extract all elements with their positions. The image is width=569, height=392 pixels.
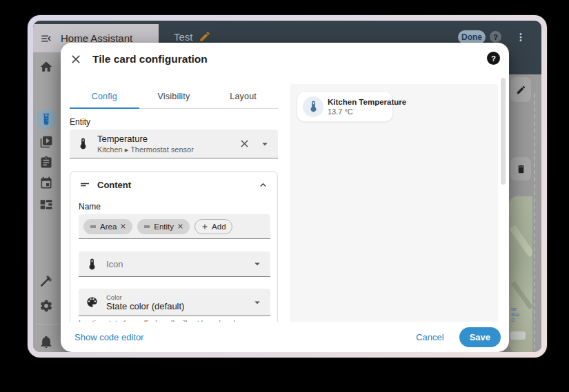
text-short-icon xyxy=(79,178,91,191)
developer-tools-hammer-icon[interactable] xyxy=(39,274,53,288)
tab-config[interactable]: Config xyxy=(70,84,139,108)
content-expansion-panel: Content Name Area xyxy=(70,171,278,322)
save-button[interactable]: Save xyxy=(459,327,501,347)
todo-list-icon[interactable] xyxy=(39,156,53,169)
map-area-shape xyxy=(510,225,532,258)
dialog-tabs: Config Visibility Layout xyxy=(70,84,278,109)
thermometer-icon xyxy=(86,258,99,271)
chevron-up-icon[interactable] xyxy=(257,179,269,191)
pencil-icon xyxy=(516,85,526,95)
tab-visibility[interactable]: Visibility xyxy=(139,84,209,108)
show-code-editor-link[interactable]: Show code editor xyxy=(74,332,143,342)
dialog-help-icon[interactable]: ? xyxy=(487,52,500,65)
tile-card-configuration-dialog: Tile card configuration ? Config Visibil… xyxy=(61,43,509,352)
done-button[interactable]: Done xyxy=(458,30,486,44)
tile-texts: Kitchen Temperature 13.7 °C xyxy=(328,98,387,116)
dashboard-edit-canvas: tar Sou O xyxy=(509,74,541,352)
chip-add-label: Add xyxy=(212,223,226,231)
media-icon[interactable] xyxy=(39,135,53,149)
map-card: tar Sou O xyxy=(509,196,532,352)
config-scroll-area: Config Visibility Layout Entity Temperat… xyxy=(70,77,278,322)
drag-handle-icon xyxy=(143,223,151,231)
settings-gear-icon[interactable] xyxy=(39,299,53,313)
tab-layout[interactable]: Layout xyxy=(208,84,278,108)
tab-config-label: Config xyxy=(92,92,117,101)
chip-area[interactable]: Area xyxy=(83,219,132,234)
header-help-icon[interactable]: ? xyxy=(490,31,501,43)
tab-layout-label: Layout xyxy=(230,92,257,101)
calendar-icon[interactable] xyxy=(39,176,53,190)
drag-handle-icon xyxy=(89,223,97,231)
color-value-wrap: Color State color (default) xyxy=(106,293,251,311)
dialog-footer: Show code editor Cancel Save xyxy=(61,322,509,352)
chip-add-button[interactable]: Add xyxy=(194,219,232,234)
screen: Home Assistant Test Done ? xyxy=(33,21,541,352)
trash-icon xyxy=(516,164,526,174)
dashboard-title: Test xyxy=(174,31,193,43)
entity-primary: Temperature xyxy=(97,134,239,144)
color-field-value: State color (default) xyxy=(106,301,251,311)
icon-caret-icon[interactable] xyxy=(251,258,263,270)
icon-placeholder: Icon xyxy=(106,259,251,269)
notifications-bell-icon[interactable] xyxy=(39,335,53,349)
sidebar-item-selected[interactable] xyxy=(37,110,56,129)
edit-dashboard-pencil-icon[interactable] xyxy=(199,30,211,43)
test-tube-icon xyxy=(39,112,53,126)
name-chip-input[interactable]: Area Entity Add xyxy=(79,214,270,239)
entity-value: Temperature Kitchen ▸ Thermostat sensor xyxy=(97,134,239,154)
done-label: Done xyxy=(461,32,482,42)
entity-clear-icon[interactable] xyxy=(239,138,250,149)
card-preview-pane: Kitchen Temperature 13.7 °C xyxy=(290,84,498,322)
drop-indicator-dashed-line xyxy=(534,94,535,349)
cancel-button[interactable]: Cancel xyxy=(416,332,443,342)
map-label-text: tar Sou O xyxy=(511,307,519,323)
color-caret-icon[interactable] xyxy=(251,296,263,309)
thermometer-icon xyxy=(307,100,320,113)
plus-icon xyxy=(201,223,209,231)
close-icon[interactable] xyxy=(69,52,83,66)
dialog-help-glyph: ? xyxy=(491,54,496,63)
chip-remove-icon xyxy=(177,223,184,230)
overflow-menu-icon[interactable] xyxy=(515,31,527,43)
chip-entity-label: Entity xyxy=(154,223,174,231)
map-attribution-pill xyxy=(510,331,526,340)
sidebar-divider xyxy=(36,324,63,324)
tile-icon-circle xyxy=(303,96,323,117)
dialog-scrollbar[interactable] xyxy=(501,78,506,185)
chip-area-label: Area xyxy=(100,223,117,231)
entity-secondary: Kitchen ▸ Thermostat sensor xyxy=(97,145,239,154)
entity-caret-icon[interactable] xyxy=(259,138,271,150)
card-delete-button[interactable] xyxy=(510,157,531,180)
chip-remove-icon xyxy=(119,223,127,230)
tile-title: Kitchen Temperature xyxy=(328,98,387,106)
card-edit-button[interactable] xyxy=(510,77,531,102)
icon-picker[interactable]: Icon xyxy=(79,251,270,277)
content-panel-title: Content xyxy=(97,180,257,190)
menu-open-icon[interactable] xyxy=(40,32,52,45)
content-panel-header[interactable]: Content xyxy=(70,172,277,198)
save-label: Save xyxy=(470,332,490,342)
dialog-title: Tile card configuration xyxy=(92,53,208,65)
color-select[interactable]: Color State color (default) xyxy=(79,289,270,316)
tile-state: 13.7 °C xyxy=(328,107,387,116)
map-road-shape xyxy=(511,281,532,310)
header-help-glyph: ? xyxy=(493,33,498,41)
dashboard-grid-icon[interactable] xyxy=(39,197,53,211)
chip-entity[interactable]: Entity xyxy=(137,219,190,234)
entity-picker[interactable]: Temperature Kitchen ▸ Thermostat sensor xyxy=(70,130,278,158)
name-label: Name xyxy=(79,202,101,212)
palette-icon xyxy=(86,296,99,309)
color-field-label: Color xyxy=(106,293,251,301)
thermometer-icon xyxy=(77,137,90,150)
tablet-frame: Home Assistant Test Done ? xyxy=(28,15,547,358)
tile-card-preview[interactable]: Kitchen Temperature 13.7 °C xyxy=(297,91,393,122)
home-icon[interactable] xyxy=(39,60,53,74)
tab-visibility-label: Visibility xyxy=(158,92,190,101)
entity-label: Entity xyxy=(70,117,90,127)
